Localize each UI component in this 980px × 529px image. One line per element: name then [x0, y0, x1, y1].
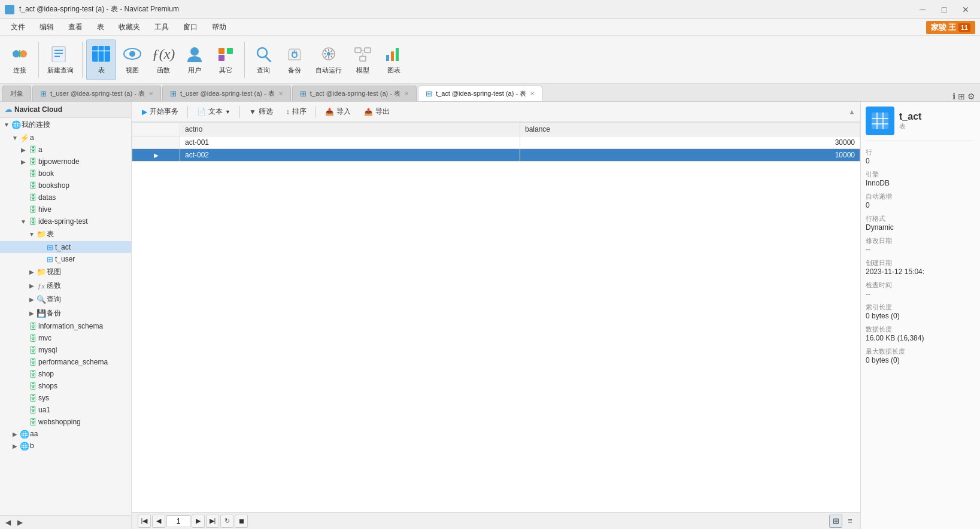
- cell-balance-1[interactable]: 30000: [520, 136, 860, 149]
- sidebar-item-webshopping[interactable]: 🗄 webshopping: [0, 416, 131, 428]
- sidebar-item-sys[interactable]: 🗄 sys: [0, 392, 131, 404]
- connect-button[interactable]: 连接: [5, 39, 35, 80]
- title-bar-controls[interactable]: ─ □ ✕: [913, 4, 975, 16]
- table-row[interactable]: act-001 30000: [132, 136, 860, 149]
- sidebar-item-a-db[interactable]: ▶ 🗄 a: [0, 144, 131, 156]
- backup-button[interactable]: 备份: [280, 39, 310, 80]
- nav-next-button[interactable]: ▶: [192, 515, 205, 528]
- close-button[interactable]: ✕: [956, 4, 975, 16]
- view-button[interactable]: 视图: [117, 39, 147, 80]
- settings-panel-toggle[interactable]: ⚙: [967, 92, 975, 101]
- sidebar-item-shop[interactable]: 🗄 shop: [0, 368, 131, 380]
- nav-last-button[interactable]: ▶|: [206, 515, 219, 528]
- grid-panel-toggle[interactable]: ⊞: [958, 92, 965, 101]
- nav-prev-button[interactable]: ◀: [152, 515, 165, 528]
- tab-objects[interactable]: 对象: [2, 86, 31, 101]
- nav-stop-button[interactable]: ◼: [235, 515, 248, 528]
- grid-view-button[interactable]: ⊞: [829, 515, 842, 528]
- sidebar-item-mysql[interactable]: 🗄 mysql: [0, 344, 131, 356]
- sidebar-item-book[interactable]: 🗄 book: [0, 168, 131, 180]
- minimize-button[interactable]: ─: [913, 4, 932, 16]
- text-icon: 📄: [197, 108, 206, 116]
- menu-edit[interactable]: 编辑: [34, 20, 60, 35]
- query-button[interactable]: 查询: [248, 39, 278, 80]
- sidebar-item-backup-folder[interactable]: ▶ 💾 备份: [0, 306, 131, 320]
- nav-first-button[interactable]: |◀: [138, 515, 151, 528]
- sort-button[interactable]: ↕ 排序: [281, 104, 312, 119]
- menu-window[interactable]: 窗口: [177, 20, 204, 35]
- sidebar-item-a-conn[interactable]: ▼ ⚡ a: [0, 132, 131, 144]
- chart-button[interactable]: 图表: [379, 39, 409, 80]
- form-view-button[interactable]: ≡: [844, 515, 857, 528]
- filter-label: 筛选: [259, 107, 273, 117]
- tab-tuser-1-close[interactable]: ✕: [148, 90, 153, 97]
- menu-table[interactable]: 表: [91, 20, 110, 35]
- sidebar-item-perf-schema[interactable]: 🗄 performance_schema: [0, 356, 131, 368]
- sidebar-item-my-connections[interactable]: ▼ 🌐 我的连接: [0, 118, 131, 132]
- tab-tuser-2[interactable]: ⊞ t_user @idea-spring-test (a) - 表 ✕: [162, 86, 291, 101]
- other-button[interactable]: 其它: [211, 39, 241, 80]
- table-container[interactable]: actno balance act-001 30000 ▶ act-002 10…: [132, 122, 860, 512]
- sidebar-item-datas[interactable]: 🗄 datas: [0, 191, 131, 203]
- cell-balance-2[interactable]: 10000: [520, 149, 860, 162]
- export-button[interactable]: 📤 导出: [359, 104, 395, 119]
- nav-refresh-button[interactable]: ↻: [220, 515, 233, 528]
- tab-tact-1[interactable]: ⊞ t_act @idea-spring-test (a) - 表 ✕: [292, 86, 417, 101]
- sidebar-nav-right[interactable]: ▶: [14, 517, 25, 528]
- info-schema-label: information_schema: [38, 322, 129, 330]
- cell-actno-2[interactable]: act-002: [180, 149, 520, 162]
- menu-view[interactable]: 查看: [62, 20, 89, 35]
- tab-tact-2-close[interactable]: ✕: [530, 90, 535, 97]
- menu-help[interactable]: 帮助: [206, 20, 232, 35]
- sidebar-item-ua1[interactable]: 🗄 ua1: [0, 404, 131, 416]
- sidebar-item-idea-spring-test[interactable]: ▼ 🗄 idea-spring-test: [0, 215, 131, 227]
- col-actno-header[interactable]: actno: [180, 123, 520, 136]
- sidebar-item-view-folder[interactable]: ▶ 📁 视图: [0, 265, 131, 279]
- tab-tuser-2-close[interactable]: ✕: [278, 90, 283, 97]
- sidebar-item-info-schema[interactable]: 🗄 information_schema: [0, 320, 131, 332]
- sidebar-item-b[interactable]: ▶ 🌐 b: [0, 440, 131, 452]
- nav-page-input[interactable]: 1: [166, 515, 190, 527]
- tab-bar: 对象 ⊞ t_user @idea-spring-test (a) - 表 ✕ …: [0, 84, 980, 102]
- new-query-button[interactable]: 新建查询: [43, 39, 78, 80]
- tab-tact-1-close[interactable]: ✕: [404, 90, 409, 97]
- autorun-button[interactable]: 自动运行: [311, 39, 347, 80]
- tab-tact-2[interactable]: ⊞ t_act @idea-spring-test (a) - 表 ✕: [418, 86, 542, 101]
- import-button[interactable]: 📥 导入: [320, 104, 356, 119]
- table-button[interactable]: 表: [86, 39, 116, 80]
- sidebar-item-query-folder[interactable]: ▶ 🔍 查询: [0, 293, 131, 306]
- sidebar-item-hive[interactable]: 🗄 hive: [0, 203, 131, 215]
- menu-tools[interactable]: 工具: [148, 20, 175, 35]
- sidebar-item-t-user[interactable]: ⊞ t_user: [0, 253, 131, 265]
- my-connections-icon: 🌐: [11, 121, 22, 129]
- sidebar-item-mvc[interactable]: 🗄 mvc: [0, 332, 131, 344]
- tab-tuser-1[interactable]: ⊞ t_user @idea-spring-test (a) - 表 ✕: [32, 86, 161, 101]
- table-row[interactable]: ▶ act-002 10000: [132, 149, 860, 162]
- sidebar-item-bjpowernode[interactable]: ▶ 🗄 bjpowernode: [0, 156, 131, 168]
- cell-actno-1[interactable]: act-001: [180, 136, 520, 149]
- toolbar-sep-2: [82, 42, 83, 78]
- function-button[interactable]: ƒ(x) 函数: [148, 39, 178, 80]
- sidebar-nav-left[interactable]: ◀: [2, 517, 13, 528]
- begin-transaction-button[interactable]: ▶ 开始事务: [136, 104, 184, 119]
- info-panel-toggle[interactable]: ℹ: [952, 92, 955, 101]
- menu-file[interactable]: 文件: [5, 20, 31, 35]
- hive-icon: 🗄: [28, 205, 38, 214]
- rp-prop-check-time: 检查时间 --: [866, 281, 975, 298]
- text-button[interactable]: 📄 文本 ▼: [192, 104, 236, 119]
- user-button[interactable]: 用户: [180, 39, 210, 80]
- sidebar-item-shops[interactable]: 🗄 shops: [0, 380, 131, 392]
- sidebar-item-table-folder[interactable]: ▼ 📁 表: [0, 227, 131, 241]
- col-balance-header[interactable]: balance: [520, 123, 860, 136]
- sidebar-item-aa[interactable]: ▶ 🌐 aa: [0, 428, 131, 440]
- user-label: 用户: [188, 66, 201, 75]
- model-button[interactable]: 模型: [348, 39, 378, 80]
- filter-button[interactable]: ▼ 筛选: [244, 104, 278, 119]
- sidebar-item-t-act[interactable]: ⊞ t_act: [0, 241, 131, 253]
- sidebar-item-bookshop[interactable]: 🗄 bookshop: [0, 180, 131, 191]
- sidebar-scroll[interactable]: ▼ 🌐 我的连接 ▼ ⚡ a ▶ 🗄 a ▶ 🗄 bjpowernode: [0, 118, 131, 515]
- table-folder-arrow: ▼: [28, 231, 36, 238]
- menu-favorites[interactable]: 收藏夹: [113, 20, 146, 35]
- sidebar-item-func-folder[interactable]: ▶ ƒx 函数: [0, 279, 131, 293]
- maximize-button[interactable]: □: [935, 4, 954, 16]
